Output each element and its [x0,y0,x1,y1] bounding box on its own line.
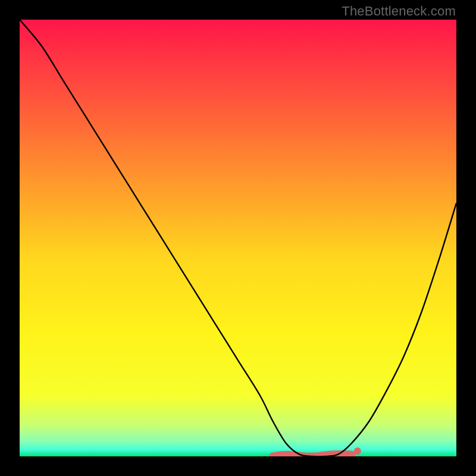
gradient-background [20,20,456,456]
plot-area [20,20,456,456]
chart-svg [20,20,456,456]
flat-region-end-dot [354,447,361,455]
chart-frame: TheBottleneck.com [0,0,476,476]
watermark-text: TheBottleneck.com [342,4,456,19]
